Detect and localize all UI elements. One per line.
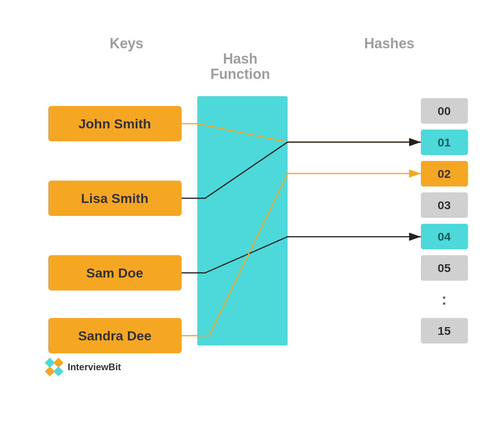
keys-header: Keys bbox=[76, 35, 178, 52]
hash-03: 03 bbox=[421, 192, 468, 218]
key-sandra-dee: Sandra Dee bbox=[48, 318, 182, 353]
svg-rect-3 bbox=[53, 358, 63, 367]
hash-05: 05 bbox=[421, 255, 468, 281]
logo-brand: InterviewBit bbox=[68, 362, 121, 372]
logo-text: InterviewBit bbox=[68, 362, 121, 373]
interviewbit-logo-icon bbox=[44, 357, 64, 377]
svg-rect-2 bbox=[45, 358, 55, 367]
main-container: Keys HashFunction Hashes John Smith Lisa… bbox=[0, 0, 504, 424]
hash-04: 04 bbox=[421, 224, 468, 249]
hash-01: 01 bbox=[421, 130, 468, 155]
key-john-smith: John Smith bbox=[48, 106, 182, 141]
key-lisa-smith: Lisa Smith bbox=[48, 181, 182, 216]
svg-rect-4 bbox=[45, 366, 55, 376]
diagram-area: Keys HashFunction Hashes John Smith Lisa… bbox=[36, 35, 468, 389]
key-sam-doe: Sam Doe bbox=[48, 255, 182, 291]
hash-00: 00 bbox=[421, 98, 468, 124]
logo-area: InterviewBit bbox=[44, 357, 121, 377]
hash-dot: : bbox=[421, 287, 468, 312]
hashes-header: Hashes bbox=[354, 35, 425, 52]
svg-rect-5 bbox=[53, 366, 63, 376]
hash-02: 02 bbox=[421, 161, 468, 186]
hash-function-box bbox=[197, 96, 287, 345]
hash-function-header: HashFunction bbox=[189, 35, 291, 82]
hash-15: 15 bbox=[421, 318, 468, 344]
